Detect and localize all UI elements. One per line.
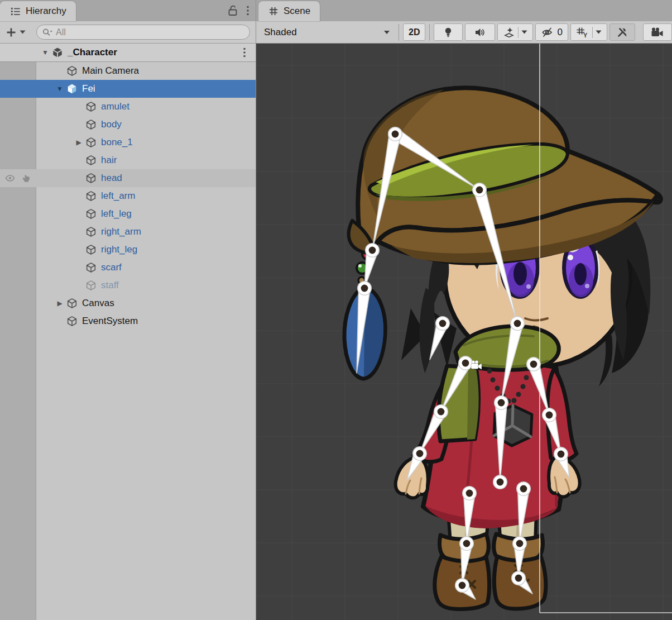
scene-viewport[interactable] xyxy=(256,44,672,620)
gameobject-cube-icon xyxy=(85,172,97,184)
video-camera-icon xyxy=(650,27,665,38)
bone-joint-left_arm[interactable] xyxy=(413,447,427,461)
2d-label: 2D xyxy=(409,27,420,37)
bone-joint-right_leg[interactable] xyxy=(513,537,527,551)
foldout-arrow-icon[interactable]: ▶ xyxy=(54,299,66,307)
button-divider xyxy=(518,27,519,38)
unity-scene-icon xyxy=(51,46,64,59)
scene-visibility-button[interactable]: 0 xyxy=(535,23,568,41)
item-label: EventSystem xyxy=(82,316,138,327)
scene-header-row[interactable]: ▼_Character xyxy=(0,44,256,62)
bone-joint-right_arm[interactable] xyxy=(554,447,568,461)
hierarchy-item-fei[interactable]: ▼Fei xyxy=(0,80,256,98)
scene-panel: Scene Shaded 2D xyxy=(256,0,672,620)
camera-overlay-button[interactable] xyxy=(643,23,672,41)
bone-joint-spine[interactable] xyxy=(511,317,525,331)
item-label: scarf xyxy=(101,262,122,273)
draw-mode-dropdown[interactable]: Shaded xyxy=(260,27,395,38)
gameobject-cube-icon xyxy=(85,261,97,274)
bone-joint-hat_tip[interactable] xyxy=(388,127,402,141)
gameobject-cube-icon xyxy=(85,244,97,256)
tab-scene[interactable]: Scene xyxy=(258,1,320,21)
gameobject-cube-icon xyxy=(85,226,97,238)
hidden-object-count: 0 xyxy=(557,27,562,38)
hierarchy-item-hair[interactable]: hair xyxy=(0,151,256,169)
hierarchy-item-right-leg[interactable]: right_leg xyxy=(0,241,256,259)
pick-icon[interactable] xyxy=(21,173,32,184)
hierarchy-item-body[interactable]: body xyxy=(0,116,256,133)
gameobject-cube-icon xyxy=(85,279,97,292)
gameobject-cube-icon xyxy=(85,154,97,166)
bone-joint-right_arm[interactable] xyxy=(543,408,556,422)
scene-grid-icon xyxy=(268,6,279,17)
grid-settings-button[interactable]: Y xyxy=(570,23,607,41)
hierarchy-item-scarf[interactable]: scarf xyxy=(0,259,256,276)
prefab-cube-icon xyxy=(66,83,78,95)
bone-joint-hair_strand[interactable] xyxy=(436,317,450,331)
hierarchy-search-field[interactable]: All xyxy=(36,25,250,40)
lighting-toggle-button[interactable] xyxy=(434,23,463,41)
foldout-arrow-icon[interactable]: ▼ xyxy=(39,49,51,56)
item-label: bone_1 xyxy=(101,137,133,148)
tab-hierarchy[interactable]: Hierarchy xyxy=(0,1,76,21)
hierarchy-item-amulet[interactable]: amulet xyxy=(0,98,256,116)
gameobject-cube-icon xyxy=(85,101,97,113)
hierarchy-item-left-leg[interactable]: left_leg xyxy=(0,205,256,223)
hierarchy-item-head[interactable]: head xyxy=(0,169,256,187)
bone-joint-spine[interactable] xyxy=(495,396,508,410)
tools-overlay-button[interactable] xyxy=(609,23,635,41)
2d-toggle-button[interactable]: 2D xyxy=(403,23,425,41)
hierarchy-item-main-camera[interactable]: Main Camera xyxy=(0,62,256,80)
draw-mode-label: Shaded xyxy=(264,27,297,38)
eye-off-icon xyxy=(541,27,554,38)
hierarchy-item-canvas[interactable]: ▶Canvas xyxy=(0,294,256,312)
bone-joint-head[interactable] xyxy=(473,183,487,197)
item-label: head xyxy=(101,173,122,184)
hierarchy-panel: Hierarchy xyxy=(0,0,256,620)
hierarchy-item-left-arm[interactable]: left_arm xyxy=(0,187,256,205)
grid-axis-icon: Y xyxy=(576,26,589,39)
row-visibility-toggles[interactable] xyxy=(4,169,32,187)
button-divider xyxy=(592,27,593,38)
panel-menu-icon[interactable] xyxy=(246,4,250,17)
item-label: hair xyxy=(101,155,117,166)
bone-joint-right_leg[interactable] xyxy=(512,571,526,585)
plus-icon xyxy=(6,27,17,38)
item-label: Canvas xyxy=(82,298,114,309)
gameobject-cube-icon xyxy=(66,315,78,327)
search-icon xyxy=(42,27,53,37)
bone-joint-right_leg[interactable] xyxy=(517,482,531,496)
bone-joint-left_arm[interactable] xyxy=(434,405,448,419)
effects-star-icon xyxy=(503,26,515,39)
bone-joint-right_arm[interactable] xyxy=(527,357,541,371)
unlock-icon[interactable] xyxy=(227,4,239,17)
search-placeholder: All xyxy=(56,27,66,37)
unity-editor-window: Hierarchy xyxy=(0,0,672,620)
hierarchy-item-bone-1[interactable]: ▶bone_1 xyxy=(0,133,256,151)
effects-toggle-button[interactable] xyxy=(497,23,533,41)
create-menu-button[interactable] xyxy=(6,27,26,38)
lightbulb-icon xyxy=(443,26,454,39)
hierarchy-item-eventsystem[interactable]: EventSystem xyxy=(0,312,256,330)
hierarchy-item-staff[interactable]: staff xyxy=(0,276,256,294)
gameobject-cube-icon xyxy=(66,65,78,77)
bone-joint-hat_tip[interactable] xyxy=(366,244,380,257)
bone-joint-hat_tip[interactable] xyxy=(358,282,372,295)
gameobject-cube-icon xyxy=(85,208,97,220)
bone-joint-left_leg[interactable] xyxy=(460,537,474,551)
scene-toolbar: Shaded 2D xyxy=(256,21,672,44)
scene-options-icon[interactable] xyxy=(242,46,247,59)
audio-toggle-button[interactable] xyxy=(465,23,495,41)
item-label: Main Camera xyxy=(82,65,139,77)
tab-hierarchy-label: Hierarchy xyxy=(26,6,66,17)
foldout-arrow-icon[interactable]: ▼ xyxy=(54,85,66,93)
foldout-arrow-icon[interactable]: ▶ xyxy=(73,139,85,146)
bone-joint-left_leg[interactable] xyxy=(463,487,477,500)
bone-joint-left_arm[interactable] xyxy=(459,356,473,370)
hierarchy-item-right-arm[interactable]: right_arm xyxy=(0,223,256,241)
chevron-down-icon xyxy=(596,30,602,34)
item-label: left_arm xyxy=(101,190,135,202)
eye-icon[interactable] xyxy=(4,173,16,184)
bone-joint-left_leg[interactable] xyxy=(455,579,469,593)
bone-joint-spine[interactable] xyxy=(493,475,507,489)
